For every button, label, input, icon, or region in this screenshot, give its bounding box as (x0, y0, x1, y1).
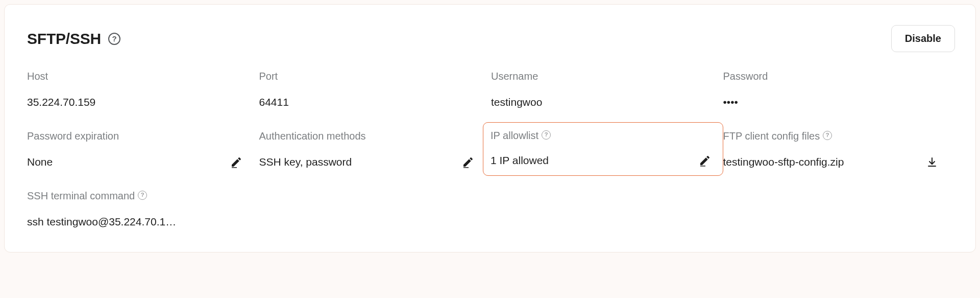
field-host: Host 35.224.70.159 (27, 71, 259, 110)
field-ftp-config: FTP client config files ? testingwoo-sft… (723, 130, 955, 170)
field-value-auth-methods: SSH key, password (259, 156, 352, 168)
svg-rect-1 (463, 167, 469, 168)
download-icon[interactable] (925, 155, 939, 169)
field-label-host: Host (27, 71, 255, 82)
field-value-ssh-command: ssh testingwoo@35.224.70.1… (27, 216, 176, 228)
svg-rect-0 (232, 167, 237, 168)
sftp-ssh-panel: SFTP/SSH ? Disable Host 35.224.70.159 Po… (4, 4, 976, 253)
field-label-ssh-command: SSH terminal command ? (27, 190, 955, 202)
field-value-ftp-config: testingwoo-sftp-config.zip (723, 156, 844, 168)
fields-grid: Host 35.224.70.159 Port 64411 Username t… (27, 71, 955, 170)
field-value-password-expiration: None (27, 156, 53, 168)
panel-title-wrap: SFTP/SSH ? (27, 30, 120, 48)
ip-allowlist-highlight: IP allowlist ? 1 IP allowed (483, 122, 723, 176)
panel-header: SFTP/SSH ? Disable (27, 25, 955, 52)
field-value-password: •••• (723, 96, 738, 108)
field-label-ip-allowlist: IP allowlist ? (491, 130, 712, 142)
field-label-password-expiration: Password expiration (27, 130, 255, 142)
field-username: Username testingwoo (491, 71, 723, 110)
field-label-password: Password (723, 71, 951, 82)
field-label-ftp-config: FTP client config files ? (723, 130, 951, 142)
field-label-username: Username (491, 71, 719, 82)
field-value-ip-allowlist: 1 IP allowed (491, 154, 549, 167)
disable-button[interactable]: Disable (891, 25, 955, 52)
edit-icon[interactable] (461, 155, 475, 169)
help-icon[interactable]: ? (138, 191, 147, 200)
help-icon[interactable]: ? (542, 130, 551, 140)
field-label-port: Port (259, 71, 487, 82)
label-text: SSH terminal command (27, 190, 135, 202)
edit-icon[interactable] (230, 155, 243, 169)
edit-icon[interactable] (698, 154, 712, 167)
help-icon[interactable]: ? (108, 33, 120, 45)
field-password: Password •••• (723, 71, 955, 110)
field-value-host: 35.224.70.159 (27, 96, 95, 108)
field-value-port: 64411 (259, 96, 289, 108)
field-auth-methods: Authentication methods SSH key, password (259, 130, 492, 170)
svg-rect-2 (700, 166, 705, 167)
help-icon[interactable]: ? (823, 131, 832, 140)
field-password-expiration: Password expiration None (27, 130, 259, 170)
field-ssh-command: SSH terminal command ? ssh testingwoo@35… (27, 190, 955, 230)
field-ip-allowlist: IP allowlist ? 1 IP allowed (491, 130, 723, 170)
label-text: IP allowlist (491, 130, 538, 142)
label-text: FTP client config files (723, 130, 820, 142)
field-value-username: testingwoo (491, 96, 542, 108)
panel-title: SFTP/SSH (27, 30, 101, 48)
field-port: Port 64411 (259, 71, 492, 110)
field-label-auth-methods: Authentication methods (259, 130, 487, 142)
